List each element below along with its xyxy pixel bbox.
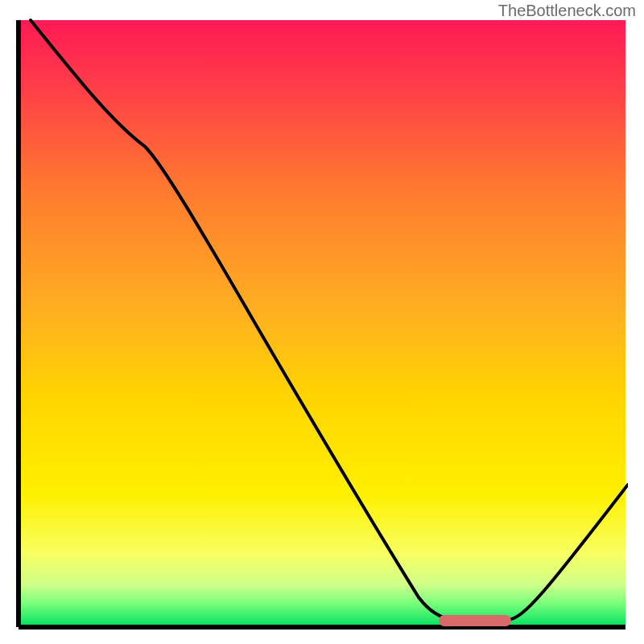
bottleneck-chart-svg (16, 18, 628, 630)
optimal-range-marker (439, 615, 511, 626)
chart-background-gradient (19, 20, 625, 627)
chart-container (16, 18, 628, 630)
